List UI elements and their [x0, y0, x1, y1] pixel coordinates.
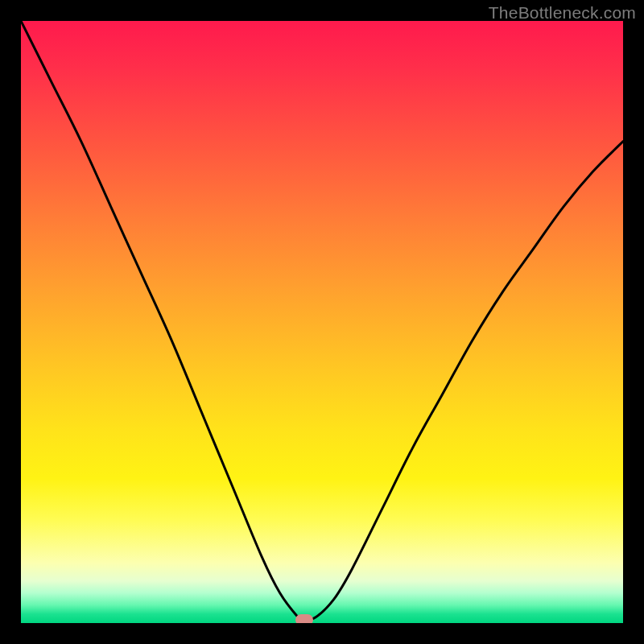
chart-frame: TheBottleneck.com [0, 0, 644, 644]
watermark-text: TheBottleneck.com [489, 3, 636, 23]
bottleneck-curve [21, 21, 623, 623]
minimum-marker [295, 614, 313, 623]
plot-area [21, 21, 623, 623]
